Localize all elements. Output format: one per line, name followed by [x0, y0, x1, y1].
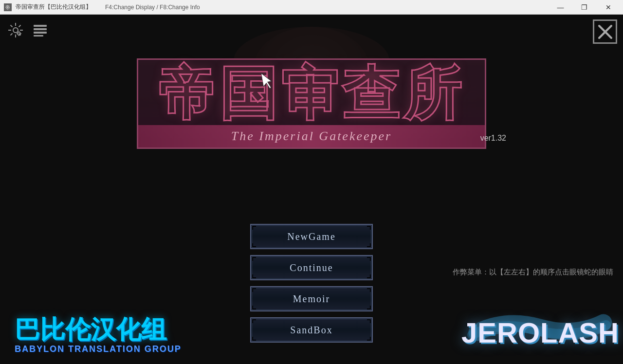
corner-tr [367, 226, 371, 230]
corner-tl [252, 319, 256, 323]
new-game-label: NewGame [287, 231, 336, 242]
corner-br [367, 306, 371, 309]
new-game-button[interactable]: NewGame [250, 224, 373, 249]
title-bar: 帝 帝国审查所【巴比伦汉化组】 F4:Change Display / F8:C… [0, 0, 623, 15]
menu-buttons: NewGame Continue Memoir SandBox [250, 224, 373, 343]
title-bar-left: 帝 帝国审查所【巴比伦汉化组】 F4:Change Display / F8:C… [4, 3, 200, 11]
title-box: 帝国审查所 The Imperial Gatekeeper [137, 58, 486, 149]
sandbox-label: SandBox [290, 325, 332, 336]
subtitle-bar: The Imperial Gatekeeper [138, 125, 485, 147]
maximize-button[interactable]: ❐ [573, 1, 595, 13]
svg-rect-25 [34, 25, 47, 27]
svg-line-19 [10, 33, 12, 35]
settings-icon[interactable] [6, 20, 25, 40]
corner-tl [252, 226, 256, 230]
game-area: 帝国审查所 The Imperial Gatekeeper ver1.32 Ne… [0, 15, 623, 364]
subtitle-text: The Imperial Gatekeeper [231, 129, 392, 143]
corner-tl [252, 288, 256, 292]
logo-area: 帝国审查所 The Imperial Gatekeeper [136, 29, 487, 149]
svg-point-11 [13, 28, 18, 33]
corner-tr [367, 288, 371, 292]
cheat-hint: 作弊菜单：以【左左右】的顺序点击眼镜蛇的眼睛 [453, 268, 613, 277]
babylon-logo: 巴比伦汉化组 BABYLON TRANSLATION GROUP [15, 317, 182, 354]
chinese-title: 帝国审查所 [148, 65, 475, 122]
jerolash-text: JEROLASH [461, 316, 619, 349]
continue-label: Continue [290, 262, 333, 273]
continue-button[interactable]: Continue [250, 255, 373, 280]
svg-rect-26 [34, 28, 47, 30]
corner-bl [252, 274, 256, 278]
corner-bl [252, 337, 256, 341]
babylon-chinese-text: 巴比伦汉化组 [15, 317, 182, 342]
memoir-label: Memoir [293, 293, 330, 305]
babylon-english-text: BABYLON TRANSLATION GROUP [15, 344, 182, 354]
corner-tl [252, 257, 256, 261]
corner-br [367, 274, 371, 278]
app-icon: 帝 [4, 3, 12, 11]
hotkeys-label: F4:Change Display / F8:Change Info [105, 4, 200, 11]
svg-line-16 [10, 25, 12, 27]
list-icon[interactable] [30, 20, 50, 40]
close-x-button[interactable] [593, 19, 617, 44]
sandbox-button[interactable]: SandBox [250, 317, 373, 343]
window-controls: — ❐ ✕ [550, 1, 619, 13]
minimize-button[interactable]: — [550, 1, 571, 13]
svg-rect-27 [34, 32, 47, 34]
window-title: 帝国审查所【巴比伦汉化组】 [16, 3, 92, 11]
corner-br [367, 243, 371, 247]
svg-rect-28 [34, 35, 43, 36]
corner-tr [367, 257, 371, 261]
memoir-button[interactable]: Memoir [250, 286, 373, 311]
titlebar-close-button[interactable]: ✕ [597, 1, 619, 13]
svg-line-18 [18, 25, 20, 27]
corner-br [367, 337, 371, 341]
version-text: ver1.32 [480, 134, 506, 143]
svg-text:帝: 帝 [5, 5, 10, 10]
corner-tr [367, 319, 371, 323]
jerolash-logo: JEROLASH [467, 306, 613, 359]
corner-bl [252, 243, 256, 247]
toolbar [6, 20, 50, 40]
corner-bl [252, 306, 256, 309]
